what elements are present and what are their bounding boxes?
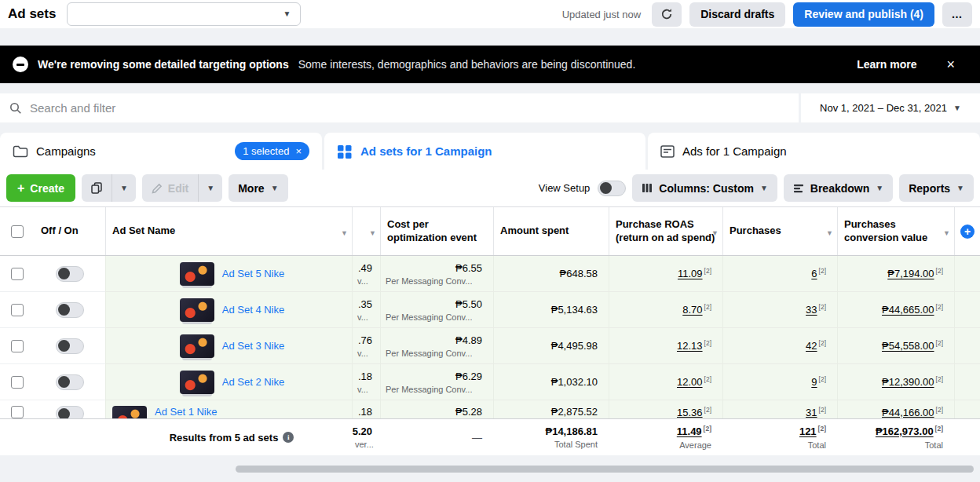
adset-name-link[interactable]: Ad Set 2 Nike: [222, 376, 285, 388]
footnote-marker: [2]: [936, 267, 943, 275]
columns-button[interactable]: Columns: Custom ▼: [632, 174, 777, 202]
sort-caret-icon: ▼: [341, 229, 348, 238]
column-header-purchases[interactable]: Purchases ▼: [722, 207, 837, 255]
adset-name-link[interactable]: Ad Set 4 Nike: [222, 304, 285, 316]
create-button[interactable]: + Create: [6, 174, 75, 202]
frequency-sub: v...: [353, 349, 368, 358]
cost-sub: Per Messaging Conv...: [381, 312, 472, 322]
total-spent: ₱14,186.81: [545, 425, 609, 437]
chevron-down-icon: ▼: [876, 184, 883, 192]
view-setup-toggle[interactable]: [598, 181, 626, 196]
total-roas: 11.49: [677, 426, 702, 438]
scrollbar-thumb[interactable]: [236, 466, 974, 473]
discard-drafts-button[interactable]: Discard drafts: [689, 2, 785, 27]
select-all-checkbox[interactable]: [11, 225, 24, 238]
column-header-roas[interactable]: Purchase ROAS (return on ad spend) ▼: [609, 207, 722, 255]
row-toggle[interactable]: [56, 338, 84, 354]
footnote-marker: [2]: [704, 339, 711, 347]
total-cost: —: [472, 432, 493, 444]
footnote-marker: [2]: [704, 267, 711, 275]
tab-adsets-label: Ad sets for 1 Campaign: [360, 144, 492, 158]
toggle-knob: [600, 182, 612, 194]
more-options-button[interactable]: …: [942, 2, 972, 27]
row-checkbox[interactable]: [11, 340, 24, 352]
conversion-value: ₱12,390.00: [882, 377, 934, 389]
folder-icon: [13, 145, 28, 158]
date-range-value: Nov 1, 2021 – Dec 31, 2021: [820, 102, 947, 114]
plus-icon: +: [17, 182, 24, 195]
cost-value: ₱4.89: [455, 334, 493, 346]
column-header-toggle[interactable]: Off / On: [35, 207, 105, 255]
edit-dropdown-button[interactable]: ▼: [199, 174, 222, 202]
add-column-button[interactable]: +: [960, 225, 975, 239]
footnote-marker: [2]: [819, 339, 826, 347]
filter-row: Nov 1, 2021 – Dec 31, 2021 ▼: [0, 93, 980, 122]
grid-icon: [337, 144, 353, 159]
badge-close-icon[interactable]: ×: [295, 146, 302, 156]
conversion-value: ₱7,194.00: [887, 268, 934, 280]
row-checkbox[interactable]: [11, 406, 24, 418]
row-checkbox[interactable]: [11, 304, 24, 316]
footnote-marker: [2]: [936, 303, 943, 311]
footnote-marker: [2]: [819, 303, 826, 311]
tab-ads[interactable]: Ads for 1 Campaign: [648, 133, 980, 170]
duplicate-button[interactable]: [82, 174, 112, 202]
toggle-knob: [58, 340, 70, 352]
footnote-marker: [2]: [704, 406, 711, 414]
learn-more-link[interactable]: Learn more: [857, 58, 916, 71]
roas-value: 12.00: [677, 377, 703, 389]
reports-button[interactable]: Reports ▼: [899, 174, 974, 202]
updated-status: Updated just now: [562, 9, 641, 20]
notice-banner: We're removing some detailed targeting o…: [0, 46, 980, 83]
cost-value: ₱5.28: [455, 406, 493, 418]
column-header-cost[interactable]: Cost per optimization event: [380, 207, 493, 255]
adset-name-link[interactable]: Ad Set 3 Nike: [222, 340, 285, 352]
adset-name-link[interactable]: Ad Set 1 Nike: [155, 406, 218, 418]
review-publish-button[interactable]: Review and publish (4): [793, 2, 934, 27]
row-toggle[interactable]: [56, 266, 84, 282]
purchases-value: 42: [806, 341, 817, 352]
more-menu-button[interactable]: More ▼: [229, 174, 287, 202]
refresh-button[interactable]: [652, 2, 682, 27]
tab-campaigns[interactable]: Campaigns 1 selected ×: [0, 133, 322, 170]
edit-button[interactable]: Edit: [142, 174, 199, 202]
footnote-marker: [2]: [935, 425, 943, 433]
row-toggle[interactable]: [56, 374, 84, 390]
row-checkbox[interactable]: [11, 268, 24, 280]
column-header-name[interactable]: Ad Set Name ▼: [105, 207, 352, 255]
footnote-marker: [2]: [819, 375, 826, 383]
column-header-roas-label: Purchase ROAS (return on ad spend): [616, 218, 716, 244]
frequency-sub: v...: [353, 276, 368, 286]
info-icon[interactable]: i: [283, 432, 294, 443]
row-checkbox[interactable]: [11, 376, 24, 389]
banner-close-icon[interactable]: ×: [946, 57, 955, 71]
page-title: Ad sets: [8, 6, 56, 22]
column-header-conversion[interactable]: Purchases conversion value ▼: [837, 207, 954, 255]
search-input[interactable]: [30, 101, 789, 115]
footnote-marker: [2]: [704, 425, 711, 433]
chevron-down-icon: ▼: [956, 184, 964, 192]
conversion-value: ₱44,166.00: [882, 407, 934, 418]
frequency-sub: v...: [353, 385, 368, 394]
horizontal-scrollbar: [0, 455, 980, 482]
sort-caret-icon: ▼: [369, 229, 376, 238]
frequency-value: .49: [358, 262, 380, 274]
edit-button-label: Edit: [168, 182, 188, 195]
total-conversion: ₱162,973.00: [876, 426, 934, 438]
sort-caret-icon: ▼: [943, 229, 950, 238]
column-header-frequency[interactable]: ▼: [352, 207, 380, 255]
breakdown-button[interactable]: Breakdown ▼: [784, 174, 893, 202]
column-header-spent[interactable]: Amount spent: [493, 207, 609, 255]
total-purchases: 121: [799, 426, 817, 438]
duplicate-dropdown-button[interactable]: ▼: [112, 174, 136, 202]
row-toggle[interactable]: [56, 302, 84, 318]
total-conversion-sub: Total: [925, 440, 954, 450]
adset-selector-dropdown[interactable]: ▼: [67, 2, 301, 26]
adset-name-link[interactable]: Ad Set 5 Nike: [222, 268, 285, 279]
results-summary-label: Results from 5 ad sets: [170, 432, 279, 444]
top-bar: Ad sets ▼ Updated just now Discard draft…: [0, 0, 980, 28]
purchases-value: 33: [806, 305, 817, 316]
date-range-picker[interactable]: Nov 1, 2021 – Dec 31, 2021 ▼: [801, 93, 980, 122]
tab-adsets[interactable]: Ad sets for 1 Campaign: [324, 133, 645, 170]
spent-value: ₱1,032.10: [551, 376, 609, 388]
